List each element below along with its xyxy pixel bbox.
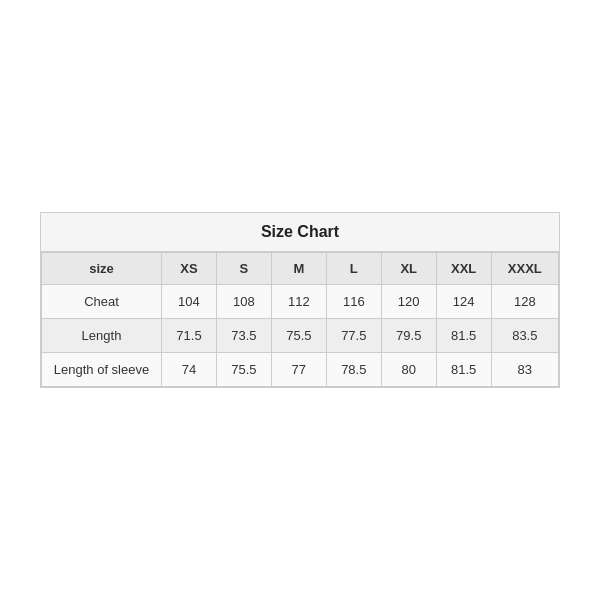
col-header-XXXL: XXXL [491, 253, 558, 285]
cell-0-0: 104 [162, 285, 217, 319]
cell-0-3: 116 [326, 285, 381, 319]
table-header: sizeXSSMLXLXXLXXXL [42, 253, 559, 285]
chart-title-row: Size Chart [41, 213, 559, 252]
col-header-XXL: XXL [436, 253, 491, 285]
cell-2-0: 74 [162, 353, 217, 387]
cell-1-2: 75.5 [271, 319, 326, 353]
col-header-S: S [216, 253, 271, 285]
table-row: Cheat104108112116120124128 [42, 285, 559, 319]
table-body: Cheat104108112116120124128Length71.573.5… [42, 285, 559, 387]
row-label-2: Length of sleeve [42, 353, 162, 387]
size-chart-container: Size Chart sizeXSSMLXLXXLXXXL Cheat10410… [40, 212, 560, 388]
cell-2-3: 78.5 [326, 353, 381, 387]
cell-2-6: 83 [491, 353, 558, 387]
cell-2-2: 77 [271, 353, 326, 387]
table-row: Length71.573.575.577.579.581.583.5 [42, 319, 559, 353]
cell-1-5: 81.5 [436, 319, 491, 353]
col-header-L: L [326, 253, 381, 285]
cell-1-6: 83.5 [491, 319, 558, 353]
cell-0-6: 128 [491, 285, 558, 319]
chart-title: Size Chart [261, 223, 339, 240]
cell-0-2: 112 [271, 285, 326, 319]
cell-2-5: 81.5 [436, 353, 491, 387]
cell-0-4: 120 [381, 285, 436, 319]
cell-1-4: 79.5 [381, 319, 436, 353]
col-header-M: M [271, 253, 326, 285]
cell-1-3: 77.5 [326, 319, 381, 353]
row-label-1: Length [42, 319, 162, 353]
col-header-XL: XL [381, 253, 436, 285]
cell-1-1: 73.5 [216, 319, 271, 353]
cell-1-0: 71.5 [162, 319, 217, 353]
cell-2-1: 75.5 [216, 353, 271, 387]
cell-0-1: 108 [216, 285, 271, 319]
cell-2-4: 80 [381, 353, 436, 387]
size-chart-table: sizeXSSMLXLXXLXXXL Cheat1041081121161201… [41, 252, 559, 387]
header-row: sizeXSSMLXLXXLXXXL [42, 253, 559, 285]
cell-0-5: 124 [436, 285, 491, 319]
col-header-XS: XS [162, 253, 217, 285]
row-label-0: Cheat [42, 285, 162, 319]
size-col-header: size [42, 253, 162, 285]
table-row: Length of sleeve7475.57778.58081.583 [42, 353, 559, 387]
